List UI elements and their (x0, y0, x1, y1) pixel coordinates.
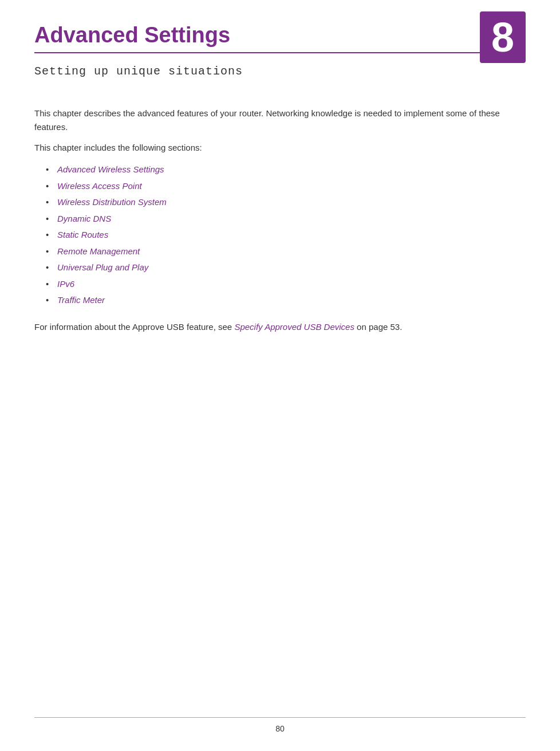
intro-paragraph-1: This chapter describes the advanced feat… (34, 107, 526, 134)
wireless-distribution-system-link[interactable]: Wireless Distribution System (57, 197, 167, 207)
specify-approved-usb-link[interactable]: Specify Approved USB Devices (234, 322, 354, 332)
chapter-sections-list: Advanced Wireless Settings Wireless Acce… (34, 162, 526, 309)
page-footer: 80 (0, 717, 560, 734)
page-number: 80 (275, 724, 285, 733)
footer-divider (34, 717, 526, 718)
advanced-wireless-settings-link[interactable]: Advanced Wireless Settings (57, 164, 164, 174)
dynamic-dns-link[interactable]: Dynamic DNS (57, 214, 111, 223)
list-item[interactable]: Universal Plug and Play (57, 259, 526, 276)
universal-plug-and-play-link[interactable]: Universal Plug and Play (57, 262, 148, 272)
list-item[interactable]: Traffic Meter (57, 292, 526, 309)
list-item[interactable]: Static Routes (57, 227, 526, 243)
list-item[interactable]: Dynamic DNS (57, 211, 526, 227)
static-routes-link[interactable]: Static Routes (57, 230, 108, 239)
list-item[interactable]: Remote Management (57, 243, 526, 260)
footer-text-before-link: For information about the Approve USB fe… (34, 322, 234, 332)
traffic-meter-link[interactable]: Traffic Meter (57, 295, 105, 305)
footer-text-after-link: on page 53. (354, 322, 402, 332)
list-item[interactable]: IPv6 (57, 276, 526, 293)
page-title: Advanced Settings (34, 23, 526, 48)
page-subtitle: Setting up unique situations (34, 65, 526, 78)
title-divider (34, 52, 526, 53)
list-item[interactable]: Wireless Access Point (57, 178, 526, 195)
chapter-number: 8 (480, 11, 526, 63)
intro-paragraph-2: This chapter includes the following sect… (34, 141, 526, 155)
ipv6-link[interactable]: IPv6 (57, 279, 74, 289)
page-container: 8 Advanced Settings Setting up unique si… (0, 0, 560, 751)
footer-paragraph: For information about the Approve USB fe… (34, 320, 526, 334)
wireless-access-point-link[interactable]: Wireless Access Point (57, 181, 142, 191)
remote-management-link[interactable]: Remote Management (57, 246, 140, 256)
list-item[interactable]: Wireless Distribution System (57, 194, 526, 211)
list-item[interactable]: Advanced Wireless Settings (57, 162, 526, 178)
